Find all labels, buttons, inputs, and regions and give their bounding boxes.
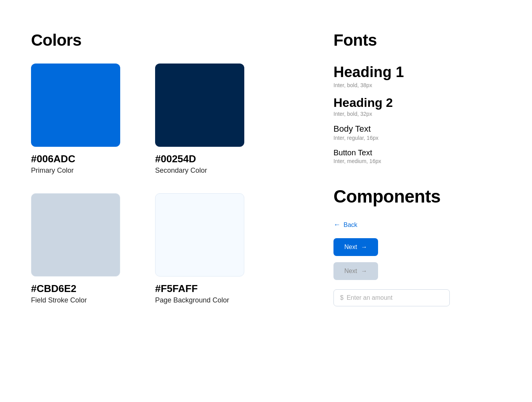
color-swatch-secondary bbox=[155, 64, 244, 147]
fonts-section: Fonts Heading 1 Inter, bold, 38px Headin… bbox=[333, 31, 496, 164]
color-swatch-field-stroke bbox=[31, 193, 120, 277]
dollar-sign-icon: $ bbox=[340, 294, 344, 301]
back-arrow-icon: ← bbox=[333, 221, 340, 229]
font-heading2-meta: Inter, bold, 32px bbox=[333, 111, 496, 117]
font-item-heading2: Heading 2 Inter, bold, 32px bbox=[333, 95, 496, 117]
amount-input[interactable] bbox=[347, 294, 443, 301]
color-name-secondary: Secondary Color bbox=[155, 167, 256, 175]
next-button-disabled: Next → bbox=[333, 262, 378, 280]
colors-section: Colors #006ADC Primary Color #00254D Sec… bbox=[31, 31, 310, 371]
color-item-page-bg: #F5FAFF Page Background Color bbox=[155, 193, 256, 304]
components-title: Components bbox=[333, 186, 496, 207]
font-button-label: Button Text bbox=[333, 148, 496, 157]
font-heading1-meta: Inter, bold, 38px bbox=[333, 82, 496, 88]
color-name-page-bg: Page Background Color bbox=[155, 296, 256, 304]
next-button-primary[interactable]: Next → bbox=[333, 238, 378, 256]
font-body-label: Body Text bbox=[333, 124, 496, 134]
next-disabled-label: Next bbox=[344, 268, 357, 275]
font-item-button: Button Text Inter, medium, 16px bbox=[333, 148, 496, 164]
components-section: Components ← Back Next → Next → $ bbox=[333, 186, 496, 306]
amount-input-wrapper[interactable]: $ bbox=[333, 289, 450, 306]
color-item-field-stroke: #CBD6E2 Field Stroke Color bbox=[31, 193, 132, 304]
color-hex-field-stroke: #CBD6E2 bbox=[31, 283, 132, 295]
back-label: Back bbox=[344, 222, 358, 228]
color-swatch-primary bbox=[31, 64, 120, 147]
color-name-field-stroke: Field Stroke Color bbox=[31, 296, 132, 304]
font-heading2-label: Heading 2 bbox=[333, 95, 496, 110]
colors-grid: #006ADC Primary Color #00254D Secondary … bbox=[31, 64, 256, 304]
color-hex-page-bg: #F5FAFF bbox=[155, 283, 256, 295]
font-item-body: Body Text Inter, regular, 16px bbox=[333, 124, 496, 141]
right-section: Fonts Heading 1 Inter, bold, 38px Headin… bbox=[310, 31, 496, 371]
color-swatch-page-bg bbox=[155, 193, 244, 277]
font-button-meta: Inter, medium, 16px bbox=[333, 158, 496, 164]
arrow-right-icon-primary: → bbox=[361, 244, 367, 251]
next-primary-label: Next bbox=[344, 244, 357, 251]
color-name-primary: Primary Color bbox=[31, 167, 132, 175]
color-hex-primary: #006ADC bbox=[31, 153, 132, 165]
arrow-right-icon-disabled: → bbox=[361, 268, 367, 275]
color-item-secondary: #00254D Secondary Color bbox=[155, 64, 256, 175]
font-body-meta: Inter, regular, 16px bbox=[333, 135, 496, 141]
back-link[interactable]: ← Back bbox=[333, 221, 496, 229]
button-group: Next → Next → $ bbox=[333, 238, 496, 306]
fonts-title: Fonts bbox=[333, 31, 496, 50]
font-item-heading1: Heading 1 Inter, bold, 38px bbox=[333, 64, 496, 88]
color-hex-secondary: #00254D bbox=[155, 153, 256, 165]
colors-title: Colors bbox=[31, 31, 310, 50]
color-item-primary: #006ADC Primary Color bbox=[31, 64, 132, 175]
font-heading1-label: Heading 1 bbox=[333, 64, 496, 81]
